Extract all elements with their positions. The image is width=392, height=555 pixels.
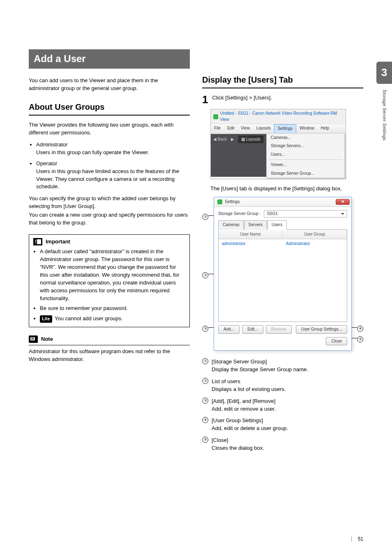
cell-usergroup: Administrator: [283, 239, 347, 249]
back-button[interactable]: ◀ Back: [213, 136, 227, 143]
tab-cameras[interactable]: Cameras: [218, 220, 244, 230]
layouts-button[interactable]: ▦ Layouts: [238, 136, 263, 143]
menu-item[interactable]: Layouts: [253, 124, 274, 134]
user-groups-list: Administrator Users in this group can fu…: [29, 141, 190, 191]
callout-2: ②: [202, 272, 208, 278]
note-text: Administrator for this software program …: [29, 348, 190, 363]
menubar: File Edit View Layouts Settings Window H…: [211, 124, 346, 134]
chevron-down-icon: [341, 213, 344, 215]
legend-num: ③: [202, 398, 208, 404]
settings-dropdown: Cameras... Storage Servers... Users... V…: [266, 133, 345, 178]
legend-desc: Displays a list of existing users.: [212, 386, 286, 393]
group-name: Administrator: [36, 141, 68, 148]
tab-servers[interactable]: Servers: [244, 220, 267, 230]
callout-5: ⑤: [357, 336, 363, 342]
add-button[interactable]: Add...: [218, 325, 240, 334]
tab-users[interactable]: Users: [267, 220, 287, 230]
legend-desc: Display the Storage Server Group name.: [212, 366, 308, 374]
page-number: 51: [358, 536, 363, 543]
menu-item[interactable]: Window: [296, 124, 318, 134]
note-heading: Note: [29, 335, 190, 345]
step-1: 1 Click [Settings] > [Users].: [202, 94, 363, 105]
close-x-button[interactable]: ✕: [336, 199, 350, 205]
user-group-settings-button[interactable]: User Group Settings...: [296, 325, 347, 334]
legend-num: ④: [202, 417, 208, 423]
dropdown-item[interactable]: Viewer...: [267, 161, 344, 169]
callout-4: ④: [357, 326, 363, 332]
table-row[interactable]: administrator Administrator: [219, 239, 347, 249]
dropdown-item-users[interactable]: Users...: [267, 150, 344, 159]
important-item: Be sure to remember your password.: [40, 305, 185, 312]
important-box: Important A default user called "adminis…: [29, 234, 190, 327]
cell-username: administrator: [219, 239, 283, 249]
subsection-title: Display the [Users] Tab: [202, 74, 363, 88]
th-usergroup: User Group: [283, 230, 347, 240]
menu-item[interactable]: File: [211, 124, 224, 134]
group-desc: Users in this group can fully operate th…: [36, 149, 149, 155]
important-item: A default user called "administrator" is…: [40, 248, 185, 302]
dark-panel: [211, 145, 266, 177]
note-label: Note: [41, 335, 53, 343]
intro-paragraph: You can add users to the Viewer and plac…: [29, 77, 190, 92]
subsection-title: About User Groups: [29, 101, 190, 116]
app-icon: [213, 114, 218, 119]
group-name: Operator: [36, 160, 57, 166]
app-icon: [217, 199, 222, 204]
th-username: User Name: [219, 230, 283, 240]
ssg-dropdown[interactable]: SSG1: [264, 210, 347, 217]
forward-button[interactable]: ▶: [231, 136, 234, 143]
menu-item-settings[interactable]: Settings: [274, 124, 296, 134]
legend-title: [Storage Server Group]: [212, 358, 308, 366]
dropdown-separator: [268, 160, 343, 160]
important-item: Lite You cannot add user groups.: [40, 315, 185, 323]
callout-legend: ① [Storage Server Group] Display the Sto…: [202, 358, 363, 452]
step-result: The [Users] tab is displayed in the [Set…: [210, 185, 363, 193]
tabs: Cameras Servers Users: [218, 220, 347, 230]
ssg-label: Storage Server Group :: [218, 211, 261, 217]
legend-title: [User Group Settings]: [212, 417, 288, 425]
screenshot-settings-dialog: Settings ✕ Storage Server Group : SSG1 C…: [214, 197, 352, 351]
note-icon: [29, 335, 38, 343]
menu-item[interactable]: Help: [318, 124, 333, 134]
remove-button[interactable]: Remove: [266, 325, 292, 334]
paragraph: You can create a new user group and spec…: [29, 211, 190, 227]
toolbar: ◀ Back ▶ ▦ Layouts: [211, 134, 266, 145]
legend-desc: Add, edit or remove a user.: [212, 405, 276, 413]
callout-3: ③: [202, 326, 208, 332]
edit-button[interactable]: Edit...: [242, 325, 263, 334]
chapter-label: Storage Server Settings: [381, 90, 387, 141]
dialog-title: Settings: [225, 199, 240, 205]
window-title: Untitled - SSG1 - Canon Network Video Re…: [220, 111, 343, 123]
dropdown-item[interactable]: Cameras...: [267, 134, 344, 142]
group-desc: Users in this group have limited access …: [36, 168, 179, 190]
dropdown-item[interactable]: Storage Server Group...: [267, 169, 344, 178]
screenshot-menu: Untitled - SSG1 - Canon Network Video Re…: [210, 109, 346, 179]
menu-item[interactable]: View: [238, 124, 253, 134]
legend-num: ⑤: [202, 437, 208, 443]
legend-num: ①: [202, 358, 208, 364]
step-number: 1: [202, 94, 208, 105]
legend-title: List of users: [212, 378, 286, 386]
users-table: User Name User Group administrator Admin…: [218, 230, 347, 322]
paragraph: You can specify the group to which the a…: [29, 195, 190, 210]
step-text: Click [Settings] > [Users].: [212, 94, 272, 102]
legend-num: ②: [202, 378, 208, 384]
dropdown-item[interactable]: Storage Servers...: [267, 142, 344, 150]
menu-item[interactable]: Edit: [224, 124, 238, 134]
important-label: Important: [46, 238, 70, 246]
lite-badge: Lite: [40, 315, 52, 323]
callout-1: ①: [202, 214, 208, 220]
section-title: Add a User: [29, 49, 190, 69]
legend-desc: Closes the dialog box.: [212, 444, 264, 452]
chapter-number: 3: [376, 62, 392, 84]
side-tab: 3 Storage Server Settings: [376, 62, 392, 140]
important-lite-text: You cannot add user groups.: [53, 315, 123, 321]
legend-title: [Close]: [212, 437, 264, 444]
close-button[interactable]: Close: [326, 337, 347, 346]
legend-desc: Add, edit or delete a user group.: [212, 425, 288, 432]
important-icon: [33, 238, 42, 245]
paragraph: The Viewer provides the following two us…: [29, 121, 190, 137]
ssg-value: SSG1: [267, 211, 278, 217]
legend-title: [Add], [Edit], and [Remove]: [212, 398, 276, 405]
